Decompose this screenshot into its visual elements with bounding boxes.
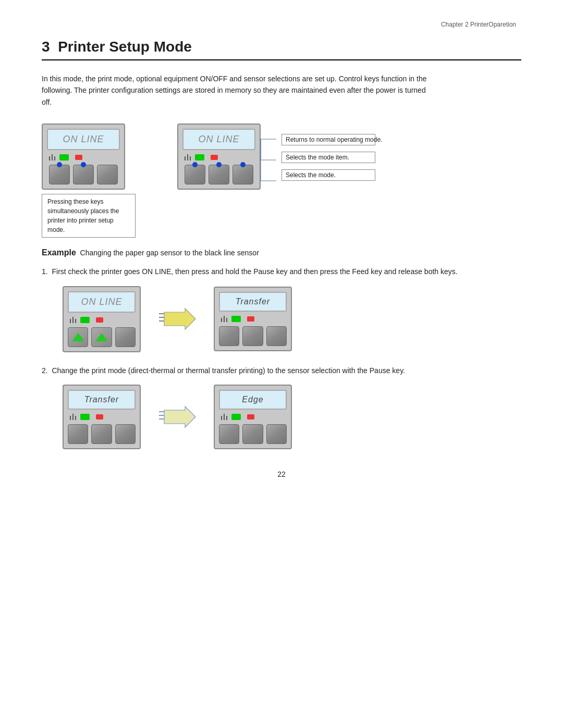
- example-section: Example Changing the paper gap sensor to…: [42, 248, 521, 449]
- s2r-btn-3: [266, 424, 287, 444]
- s1r-ind-1: [221, 318, 222, 322]
- right-btn-2: [209, 165, 229, 184]
- left-btn-3: [97, 165, 118, 184]
- step2-left-buttons: [68, 424, 136, 444]
- step1-transition-arrow: [151, 306, 203, 332]
- step1-arrow-btn-1: [68, 327, 88, 347]
- step1-r-ind-lines: [221, 316, 227, 322]
- r-blue-dot-3: [240, 162, 246, 167]
- s1r-btn-2: [242, 326, 263, 346]
- left-annotation-box: Pressing these keys simultaneously place…: [42, 194, 136, 238]
- step-1-item: 1. First check the printer goes ON LINE,…: [42, 266, 521, 352]
- step1-left-buttons: [68, 327, 136, 347]
- step2-l-ind-lines: [70, 414, 76, 420]
- s1r-btn-1: [219, 326, 239, 346]
- s2r-btn-2: [242, 424, 263, 444]
- ind-line-2: [52, 154, 53, 161]
- chapter-header: Chapter 2 PrinterOparetion: [42, 21, 521, 28]
- arrow-up-icon-1: [72, 333, 84, 341]
- right-diagram-block: ON LINE: [177, 124, 375, 190]
- s2-ind-2: [72, 414, 74, 420]
- right-panel-display: ON LINE: [182, 129, 255, 150]
- led-green-right: [195, 154, 204, 161]
- left-panel-indicators: [47, 154, 120, 161]
- s2r-btn-1: [219, 424, 239, 444]
- led-green-left: [59, 154, 69, 161]
- step-2-item: 2. Change the print mode (direct-thermal…: [42, 365, 521, 449]
- step2-right-indicators: [219, 414, 287, 420]
- step-1-text: 1. First check the printer goes ON LINE,…: [42, 266, 521, 277]
- s2r-led-green: [231, 414, 241, 420]
- arrow-up-icon-2: [95, 333, 108, 341]
- s1-led-green: [80, 317, 90, 323]
- r-ind-line-2: [187, 154, 188, 161]
- connector-lines-svg: [255, 134, 370, 217]
- s2l-btn-3: [115, 424, 136, 444]
- step1-btn-3: [115, 327, 136, 347]
- s2-ind-1: [70, 416, 71, 420]
- left-indicator-lines: [49, 154, 55, 161]
- step2-transition-arrow: [151, 404, 203, 430]
- r-blue-dot-2: [216, 162, 222, 167]
- section-title: 3 Printer Setup Mode: [42, 39, 521, 60]
- step1-right-indicators: [219, 316, 287, 322]
- s1r-ind-2: [224, 316, 225, 322]
- step2-r-ind-lines: [221, 414, 227, 420]
- s1r-btn-3: [266, 326, 287, 346]
- s1-led-red: [96, 317, 103, 323]
- s2-led-green: [80, 414, 90, 420]
- s1r-led-red: [247, 316, 254, 322]
- example-description: Changing the paper gap sensor to the bla…: [80, 249, 259, 257]
- step2-right-buttons: [219, 424, 287, 444]
- s2r-ind-2: [224, 414, 225, 420]
- s1r-ind-3: [226, 318, 227, 322]
- right-panel-wrapper: ON LINE: [177, 124, 261, 190]
- left-btn-1: [49, 165, 70, 184]
- right-annotations-area: Returns to normal operating mode. Select…: [261, 134, 375, 181]
- step1-left-panel: ON LINE: [63, 286, 141, 352]
- r-blue-dot-1: [192, 162, 198, 167]
- step2-left-panel: Transfer: [63, 385, 141, 449]
- led-red-right: [211, 155, 218, 160]
- step2-arrow-svg: [156, 404, 198, 430]
- blue-dot-btn1: [57, 162, 62, 167]
- step1-l-ind-lines: [70, 317, 76, 323]
- left-printer-panel: ON LINE: [42, 124, 125, 190]
- led-red-left: [75, 155, 82, 160]
- right-panel-buttons: [182, 165, 255, 184]
- step2-panels-row: Transfer: [63, 385, 521, 449]
- step1-arrow-btn-2: [91, 327, 112, 347]
- step2-right-panel: Edge: [214, 385, 292, 449]
- step1-right-buttons: [219, 326, 287, 346]
- left-panel-wrapper: ON LINE: [42, 124, 125, 190]
- s1-ind-2: [72, 317, 74, 323]
- ind-line-3: [54, 156, 55, 161]
- step-2-text: 2. Change the print mode (direct-thermal…: [42, 365, 521, 376]
- left-panel-buttons: [47, 165, 120, 184]
- right-btn-1: [185, 165, 205, 184]
- s2l-btn-2: [91, 424, 112, 444]
- r-ind-line-3: [190, 156, 191, 161]
- left-btn-2: [73, 165, 94, 184]
- right-btn-3: [232, 165, 253, 184]
- step1-right-panel: Transfer: [214, 287, 292, 351]
- right-diagram-inner: ON LINE: [177, 124, 375, 190]
- right-indicator-lines: [185, 154, 191, 161]
- svg-marker-12: [164, 406, 195, 427]
- step1-left-indicators: [68, 317, 136, 323]
- example-title: Example Changing the paper gap sensor to…: [42, 248, 521, 257]
- step1-right-display: Transfer: [219, 292, 287, 312]
- intro-paragraph: In this mode, the print mode, optional e…: [42, 73, 433, 108]
- left-panel-display: ON LINE: [47, 129, 120, 150]
- s2-ind-3: [75, 416, 76, 420]
- transition-arrow-svg: [156, 306, 198, 332]
- s2r-ind-1: [221, 416, 222, 420]
- s2l-btn-1: [68, 424, 88, 444]
- svg-marker-8: [164, 309, 195, 329]
- right-panel-indicators: [182, 154, 255, 161]
- s2r-ind-3: [226, 416, 227, 420]
- step1-left-display: ON LINE: [68, 291, 136, 313]
- example-label: Example: [42, 248, 76, 257]
- r-ind-line-1: [185, 156, 186, 161]
- s1-ind-1: [70, 319, 71, 323]
